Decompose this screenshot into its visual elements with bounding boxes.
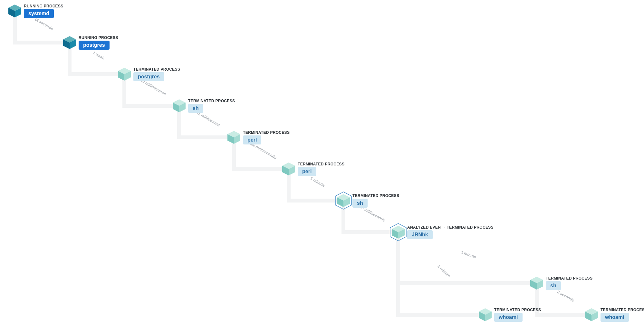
process-status-label: ANALYZED EVENT · TERMINATED PROCESS xyxy=(407,225,494,230)
process-name-badge: systemd xyxy=(24,9,54,18)
cube-icon xyxy=(390,224,406,240)
process-name-badge: postgres xyxy=(79,41,110,50)
edge-duration-label: 1 week xyxy=(92,50,105,61)
edge-duration-label: 1 minute xyxy=(437,264,451,278)
edge-duration-label: 12 seconds xyxy=(34,17,54,31)
process-name-badge: sh xyxy=(352,199,368,208)
edge-duration-label: 1 minute xyxy=(460,250,477,260)
process-node-perl[interactable]: TERMINATED PROCESSperl xyxy=(226,130,290,145)
process-status-label: TERMINATED PROCESS xyxy=(352,193,399,198)
edge-duration-label: 2 seconds xyxy=(556,290,575,303)
process-status-label: TERMINATED PROCESS xyxy=(494,308,541,312)
cube-icon xyxy=(171,98,187,114)
process-name-badge: whoami xyxy=(494,313,523,322)
edge xyxy=(398,232,485,315)
process-name-badge: perl xyxy=(298,167,316,176)
process-status-label: RUNNING PROCESS xyxy=(24,4,63,8)
cube-icon xyxy=(62,35,77,50)
process-node-whoami[interactable]: TERMINATED PROCESSwhoami xyxy=(584,307,644,322)
process-name-badge: sh xyxy=(188,104,203,113)
process-status-label: TERMINATED PROCESS xyxy=(133,67,180,72)
process-status-label: TERMINATED PROCESS xyxy=(546,276,592,281)
cube-icon xyxy=(7,3,23,19)
process-status-label: TERMINATED PROCESS xyxy=(188,99,235,103)
cube-icon xyxy=(336,193,351,208)
process-status-label: TERMINATED PROCESS xyxy=(243,130,290,135)
process-name-badge: perl xyxy=(243,135,261,144)
process-name-badge: whoami xyxy=(601,313,629,322)
process-node-jbnhk[interactable]: ANALYZED EVENT · TERMINATED PROCESSJBNhk xyxy=(390,224,494,240)
cube-icon xyxy=(584,307,599,322)
process-node-sh[interactable]: TERMINATED PROCESSsh xyxy=(336,193,399,208)
process-name-badge: sh xyxy=(546,281,561,290)
process-node-systemd[interactable]: RUNNING PROCESSsystemd xyxy=(7,3,63,19)
process-name-badge: JBNhk xyxy=(407,230,433,239)
process-status-label: TERMINATED PROCESS xyxy=(298,162,344,166)
process-node-postgres[interactable]: RUNNING PROCESSpostgres xyxy=(62,35,118,50)
cube-icon xyxy=(226,130,242,145)
process-node-postgres[interactable]: TERMINATED PROCESSpostgres xyxy=(117,66,180,82)
process-node-whoami[interactable]: TERMINATED PROCESSwhoami xyxy=(477,307,541,322)
process-status-label: TERMINATED PROCESS xyxy=(601,308,644,312)
process-node-sh[interactable]: TERMINATED PROCESSsh xyxy=(529,275,592,291)
process-name-badge: postgres xyxy=(133,72,164,81)
cube-icon xyxy=(117,66,132,82)
cube-icon xyxy=(477,307,493,322)
process-node-sh[interactable]: TERMINATED PROCESSsh xyxy=(171,98,235,114)
cube-icon xyxy=(281,161,296,177)
cube-icon xyxy=(529,275,544,291)
edge-duration-label: 1 minute xyxy=(310,176,326,188)
process-status-label: RUNNING PROCESS xyxy=(79,35,118,40)
process-node-perl[interactable]: TERMINATED PROCESSperl xyxy=(281,161,344,177)
